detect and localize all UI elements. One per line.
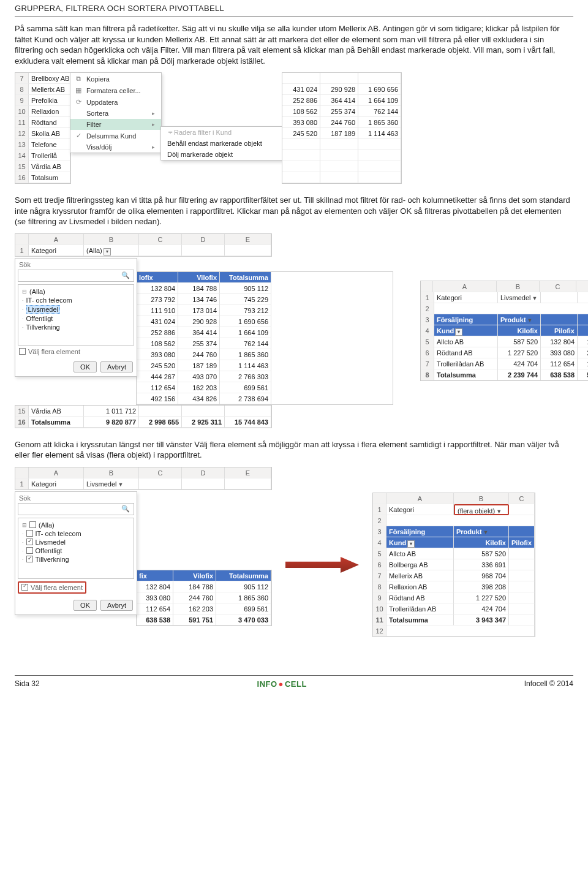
report-filter-panel[interactable]: Sök 🔍 ⊟(Alla)·IT- och telecom·Livsmedel·… xyxy=(15,258,137,377)
filter-option[interactable]: ·Offentligt xyxy=(21,314,131,323)
cancel-button[interactable]: Avbryt xyxy=(100,361,133,372)
filter-option[interactable]: ·Tillverkning xyxy=(21,555,131,564)
context-menu-item[interactable]: Visa/dölj xyxy=(70,142,161,153)
copyright: Infocell © 2014 xyxy=(524,679,573,688)
filter-option[interactable]: ⊟(Alla) xyxy=(21,521,131,529)
paragraph-1: På samma sätt kan man filtrera på radeti… xyxy=(15,23,573,66)
filter-option[interactable]: ⊟(Alla) xyxy=(21,287,131,296)
screenshot-multi-select: A B C D E 1 Kategori Livsmedel▼ Sök 🔍 ⊟(… xyxy=(15,467,573,663)
filter-option[interactable]: ·Offentligt xyxy=(21,546,131,555)
report-filter-panel-multi[interactable]: Sök 🔍 ⊟(Alla)·IT- och telecom·Livsmedel·… xyxy=(15,491,137,615)
filter-icon[interactable]: ▼ xyxy=(117,482,124,488)
filter-option[interactable]: ·IT- och telecom xyxy=(21,529,131,538)
context-menu-item[interactable]: ✓Delsumma Kund xyxy=(70,130,161,142)
filter-option[interactable]: ·Livsmedel xyxy=(21,538,131,546)
multi-select-checkbox[interactable] xyxy=(19,348,26,355)
filter-submenu[interactable]: ⫧Radera filter i KundBehåll endast marke… xyxy=(160,126,283,161)
context-menu-item[interactable]: ⟳Uppdatera xyxy=(70,96,161,108)
search-icon: 🔍 xyxy=(118,505,134,513)
context-menu-item[interactable]: Sortera xyxy=(70,108,161,119)
submenu-item: ⫧Radera filter i Kund xyxy=(161,127,282,138)
submenu-item[interactable]: Behåll endast markerade objekt xyxy=(161,138,282,149)
filtered-pivot-flera-objekt: A B C 1 Kategori (flera objekt)▼ 2 3 För… xyxy=(372,493,535,637)
cancel-button[interactable]: Avbryt xyxy=(100,600,133,611)
filter-option[interactable]: ·IT- och telecom xyxy=(21,296,131,304)
ok-button[interactable]: OK xyxy=(74,361,97,372)
paragraph-3: Genom att klicka i kryssrutan längst ner… xyxy=(15,439,573,461)
context-menu-item[interactable]: ⧉Kopiera xyxy=(70,73,161,85)
filter-option[interactable]: ·Livsmedel xyxy=(21,304,131,314)
filter-icon[interactable]: ▼ xyxy=(531,295,538,301)
context-menu-item[interactable]: Filter xyxy=(70,119,161,130)
search-input[interactable]: 🔍 xyxy=(18,270,134,282)
screenshot-report-filter: A B C D E 1 Kategori (Alla)▾ Sök xyxy=(15,233,573,428)
page-number: Sida 32 xyxy=(15,679,40,688)
multi-select-checkbox[interactable]: ✓ xyxy=(21,584,28,591)
search-icon: 🔍 xyxy=(118,271,134,279)
filtered-pivot-livsmedel: A B C D E 1 Kategori Livsmedel▼ 2 3 Förs… xyxy=(420,281,588,381)
dropdown-icon[interactable]: ▾ xyxy=(104,248,111,255)
infocell-logo: INFO●CELL xyxy=(257,679,307,689)
ok-button[interactable]: OK xyxy=(74,600,97,611)
submenu-item[interactable]: Dölj markerade objekt xyxy=(161,149,282,160)
filter-option[interactable]: ·Tillverkning xyxy=(21,323,131,331)
paragraph-2: Som ett tredje filtreringssteg kan vi ti… xyxy=(15,195,573,227)
context-menu[interactable]: ⧉Kopiera▦Formatera celler...⟳UppdateraSo… xyxy=(70,72,162,153)
arrow-right-icon xyxy=(285,557,359,573)
context-menu-item[interactable]: ▦Formatera celler... xyxy=(70,85,161,96)
page-header: GRUPPERA, FILTRERA OCH SORTERA PIVOTTABE… xyxy=(15,4,573,13)
page-footer: Sida 32 INFO●CELL Infocell © 2014 xyxy=(15,675,573,696)
screenshot-context-menu: 7Brellboxy AB 8Mellerix AB9Prefolkia10Re… xyxy=(15,72,573,184)
